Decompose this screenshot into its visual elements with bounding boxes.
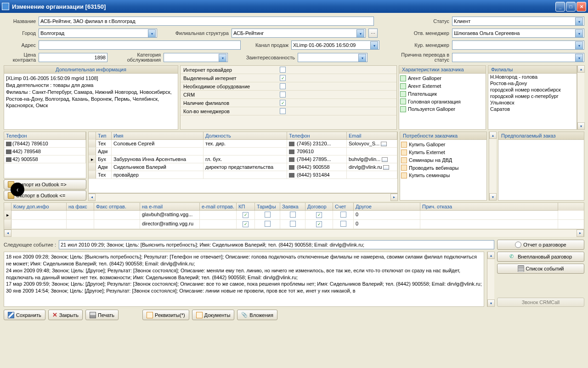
docgrid-row[interactable]: director@ratting.vgg.ru0 xyxy=(4,220,584,229)
checkbox[interactable] xyxy=(340,221,346,227)
branch-item[interactable]: Саратов xyxy=(488,106,577,112)
titlebar: Изменение организации [63150] _ □ ✕ xyxy=(0,0,588,13)
need-item[interactable]: Купить семинары xyxy=(401,172,486,179)
print-button[interactable]: Печать xyxy=(85,310,119,320)
char-item[interactable]: Агент Externet xyxy=(400,82,485,90)
contract-price-input[interactable] xyxy=(39,53,107,62)
char-item[interactable]: Головная организация xyxy=(400,98,485,106)
save-button[interactable]: Сохранить xyxy=(4,310,45,320)
event-list-button[interactable]: Список событий xyxy=(497,264,584,274)
docgrid-col[interactable]: Тарифы xyxy=(255,203,280,211)
contacts-col-tel[interactable]: Телефон xyxy=(287,132,347,140)
prop-row: CRM xyxy=(181,91,396,99)
service-cat-combo[interactable] xyxy=(164,53,228,62)
prop-checkbox[interactable] xyxy=(280,108,286,114)
char-item[interactable]: Пользуется Galloper xyxy=(400,105,485,113)
docgrid-scrollbar[interactable]: ◂▸ xyxy=(4,229,584,236)
address-input[interactable] xyxy=(39,40,241,50)
docgrid-col[interactable]: Заявка xyxy=(280,203,305,211)
cur-mgr-combo[interactable] xyxy=(452,40,584,50)
docgrid-col[interactable]: Счет xyxy=(333,203,354,211)
char-item[interactable]: Агент Galloper xyxy=(400,75,485,82)
contact-row[interactable]: Техпровайдер (8442) 931484 xyxy=(89,171,397,179)
name-input[interactable] xyxy=(39,17,374,26)
phone-row[interactable]: (78442) 789610 xyxy=(4,140,86,148)
history-scrollbar[interactable]: ▴▾ xyxy=(487,252,494,307)
need-item[interactable]: Семинары на ДВД xyxy=(401,156,486,164)
checkbox[interactable] xyxy=(243,212,249,218)
contact-row[interactable]: Адм 709610 xyxy=(89,148,397,155)
docgrid-col[interactable]: КП xyxy=(237,203,255,211)
need-item[interactable]: Купить Galloper xyxy=(401,141,486,149)
unplanned-call-button[interactable]: ✆Внеплановый разговор xyxy=(497,252,584,262)
branch-struct-lookup[interactable]: ⋯ xyxy=(368,29,378,38)
maximize-button[interactable]: □ xyxy=(566,2,576,12)
phone-col-head[interactable]: Телефон xyxy=(4,132,86,140)
city-combo[interactable]: Волгоград xyxy=(39,29,157,38)
history-text[interactable]: 18 ноя 2009 09:28; Звонок; Цель: [Выясни… xyxy=(4,252,484,307)
prop-checkbox[interactable] xyxy=(280,100,286,106)
branch-item[interactable]: Н.Новгород - голова xyxy=(488,74,577,80)
branches-scrollbar[interactable]: ▴ ▾ xyxy=(577,65,584,130)
contact-row[interactable]: АдмСидельников Валерийдиректор представи… xyxy=(89,163,397,171)
label-branch-struct: Филиальная структура xyxy=(160,30,229,36)
interest-combo[interactable] xyxy=(298,53,368,62)
contacts-col-type[interactable]: Тип xyxy=(96,132,112,140)
checkbox[interactable] xyxy=(316,221,322,227)
needs-scrollbar[interactable]: ▴▾ xyxy=(489,132,496,201)
mail-icon xyxy=(383,165,389,170)
status-combo[interactable]: Клиент xyxy=(452,17,584,26)
need-item[interactable]: Проводить вебинары xyxy=(401,164,486,172)
window-title: Изменение организации [63150] xyxy=(12,3,555,10)
branch-struct-combo[interactable]: АСБ-Рейтинг xyxy=(232,29,366,38)
documents-button[interactable]: Документы xyxy=(192,310,235,320)
checkbox[interactable] xyxy=(290,221,296,227)
checkbox[interactable] xyxy=(340,212,346,218)
branch-item[interactable]: Ростов-на-Дону xyxy=(488,80,577,86)
branch-item[interactable]: городской номер с-петербург xyxy=(488,93,577,99)
phone-row[interactable]: 442) 789548 xyxy=(4,148,86,155)
resp-mgr-combo[interactable]: Шлюгаева Ольга Сергеевна xyxy=(452,29,584,38)
docgrid-row[interactable]: ▸glavbuh@ratting.vgg...0 xyxy=(4,211,584,220)
docgrid-col[interactable]: Договор xyxy=(305,203,333,211)
reason-status-combo[interactable] xyxy=(452,53,584,62)
checkbox[interactable] xyxy=(265,221,271,227)
contacts-col-email[interactable]: Email xyxy=(347,132,397,140)
contacts-scrollbar[interactable]: ◂▸ xyxy=(88,193,398,201)
requisites-button[interactable]: Реквизиты(*) xyxy=(142,310,189,320)
docgrid-col[interactable]: на факс xyxy=(67,203,94,211)
report-button[interactable]: Отчет о разговоре xyxy=(497,240,584,250)
attachments-button[interactable]: 📎Вложения xyxy=(237,310,277,320)
contact-row[interactable]: ТехСоловьев Сергейтех. дир. (7495) 23120… xyxy=(89,140,397,148)
checkbox[interactable] xyxy=(290,212,296,218)
prop-checkbox[interactable] xyxy=(280,75,286,81)
contact-row[interactable]: ▸БухЗабурунова Инна Арсентьевнагл. бух. … xyxy=(89,155,397,163)
contacts-col-pos[interactable]: Должность xyxy=(204,132,287,140)
docgrid-col[interactable]: e-mail отправ. xyxy=(200,203,237,211)
checkbox[interactable] xyxy=(243,221,249,227)
branch-item[interactable]: Ульяновск xyxy=(488,99,577,106)
checkbox[interactable] xyxy=(265,212,271,218)
need-item[interactable]: Купить Externet xyxy=(401,149,486,156)
docgrid-col[interactable]: Другое xyxy=(354,203,420,211)
docgrid-col[interactable]: Кому доп.инфо xyxy=(11,203,67,211)
prop-checkbox[interactable] xyxy=(280,92,286,98)
minimize-button[interactable]: _ xyxy=(555,2,565,12)
sales-channel-combo[interactable]: XLimp 01-06-2005 16:50:09 xyxy=(291,40,379,50)
label-cur-mgr: Кур. менеджер xyxy=(399,42,449,48)
phone-row[interactable]: 42) 900558 xyxy=(4,155,86,163)
checkbox[interactable] xyxy=(316,212,322,218)
docgrid-col[interactable]: Прич. отказа xyxy=(420,203,558,211)
prop-checkbox[interactable] xyxy=(280,67,286,73)
nextevent-input[interactable] xyxy=(59,240,494,249)
addinfo-body[interactable]: [XLimp 01-06-2005 16:50:09 mgrid 1108] В… xyxy=(4,74,178,129)
branch-item[interactable]: городской номер новосибирск xyxy=(488,86,577,93)
prop-checkbox[interactable] xyxy=(280,83,286,89)
char-item[interactable]: Плательщик xyxy=(400,90,485,98)
contacts-col-name[interactable]: Имя xyxy=(112,132,204,140)
close-button[interactable]: ✕ xyxy=(577,2,586,12)
nav-back-circle[interactable]: ‹ xyxy=(11,183,24,196)
docgrid-col[interactable]: Факс отправ. xyxy=(94,203,140,211)
close-form-button[interactable]: ✕Закрыть xyxy=(48,310,83,320)
docgrid-col[interactable]: на e-mail xyxy=(140,203,200,211)
